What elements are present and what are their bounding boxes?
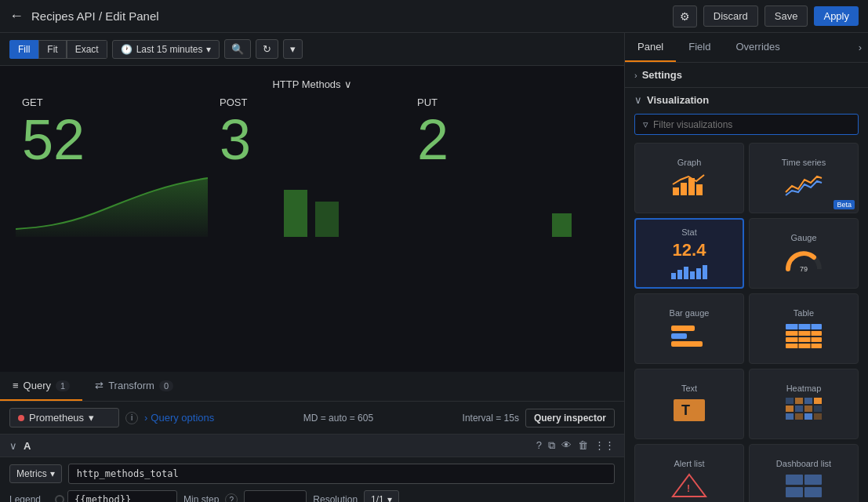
dropdown-icon[interactable]: ∨ xyxy=(344,78,352,90)
more-button[interactable]: ▾ xyxy=(283,39,303,59)
metric-put: PUT 2 xyxy=(411,96,608,168)
metric-input[interactable] xyxy=(68,464,615,484)
svg-rect-17 xyxy=(786,324,822,329)
back-button[interactable]: ← xyxy=(9,8,24,24)
text-icon: T xyxy=(670,396,709,424)
query-count-badge: 1 xyxy=(56,380,70,391)
query-tab[interactable]: ≡ Query 1 xyxy=(0,372,82,401)
query-options-button[interactable]: › Query options xyxy=(144,412,214,424)
min-step-input[interactable] xyxy=(244,490,307,502)
svg-rect-38 xyxy=(786,475,803,485)
datasource-info-icon[interactable]: i xyxy=(125,412,138,424)
get-chart xyxy=(16,174,208,237)
panel-tabs: Panel Field Overrides › xyxy=(625,33,868,63)
time-range-picker[interactable]: 🕐 Last 15 minutes ▾ xyxy=(112,40,220,59)
put-label: PUT xyxy=(417,96,438,108)
viz-card-gauge[interactable]: Gauge 79 xyxy=(749,218,859,289)
left-panel: Fill Fit Exact 🕐 Last 15 minutes ▾ 🔍 ↻ ▾… xyxy=(0,33,625,502)
legend-input[interactable] xyxy=(67,490,177,502)
discard-button[interactable]: Discard xyxy=(703,5,758,27)
query-inspector-button[interactable]: Query inspector xyxy=(525,409,615,427)
legend-radio-1[interactable] xyxy=(55,495,64,502)
put-chart xyxy=(411,174,603,237)
metric-post: POST 3 xyxy=(213,96,411,168)
svg-rect-28 xyxy=(814,398,822,404)
viz-card-gauge-label: Gauge xyxy=(790,233,816,242)
query-a-eye-icon[interactable]: 👁 xyxy=(561,439,572,452)
svg-rect-12 xyxy=(703,265,707,279)
query-a-actions: ? ⧉ 👁 🗑 ⋮⋮ xyxy=(536,439,615,452)
resolution-select[interactable]: 1/1 ▾ xyxy=(364,490,399,502)
apply-button[interactable]: Apply xyxy=(814,6,859,26)
query-a-delete-icon[interactable]: 🗑 xyxy=(578,439,588,452)
viz-card-graph[interactable]: Graph xyxy=(634,143,744,213)
query-a-collapse-icon[interactable]: ∨ xyxy=(9,440,17,452)
svg-rect-33 xyxy=(786,413,794,420)
refresh-button[interactable]: ↻ xyxy=(256,39,278,59)
transform-tab[interactable]: ⇄ Transform 0 xyxy=(82,372,186,401)
viz-card-heatmap[interactable]: Heatmap xyxy=(749,369,859,439)
viz-card-table[interactable]: Table xyxy=(749,293,859,364)
zoom-button[interactable]: 🔍 xyxy=(224,39,251,59)
viz-grid: Graph Time series xyxy=(634,143,859,502)
chevron-right-icon: › xyxy=(144,412,147,424)
query-section: ≡ Query 1 ⇄ Transform 0 Prometheus ▾ i xyxy=(0,372,624,502)
viz-card-table-label: Table xyxy=(794,308,814,318)
chart-panel: HTTP Methods ∨ GET 52 POST 3 PUT 2 xyxy=(0,66,624,372)
svg-rect-5 xyxy=(688,178,695,195)
viz-filter-input[interactable] xyxy=(653,119,850,130)
viz-card-dl-label: Dashboard list xyxy=(776,459,831,468)
fit-button[interactable]: Fit xyxy=(38,40,66,59)
viz-header[interactable]: ∨ Visualization xyxy=(634,94,859,106)
viz-chevron-icon: ∨ xyxy=(634,94,642,106)
exact-button[interactable]: Exact xyxy=(67,40,107,59)
viz-card-dashboard-list[interactable]: Dashboard list xyxy=(749,444,859,502)
settings-button[interactable]: ⚙ xyxy=(673,5,697,27)
svg-rect-29 xyxy=(786,406,794,412)
chart-get-col xyxy=(16,174,213,237)
query-tab-label: Query xyxy=(24,380,51,391)
fill-button[interactable]: Fill xyxy=(9,40,38,59)
viz-card-time-series[interactable]: Time series Beta xyxy=(749,143,859,213)
main-layout: Fill Fit Exact 🕐 Last 15 minutes ▾ 🔍 ↻ ▾… xyxy=(0,33,868,502)
settings-chevron-icon: › xyxy=(634,71,637,80)
tab-overrides[interactable]: Overrides xyxy=(723,33,792,62)
query-tab-icon: ≡ xyxy=(13,380,19,391)
svg-rect-41 xyxy=(804,487,822,497)
settings-label: Settings xyxy=(642,69,682,81)
min-step-info-icon[interactable]: ? xyxy=(225,493,238,502)
right-panel: Panel Field Overrides › › Settings ∨ Vis… xyxy=(625,33,868,502)
resolution-value: 1/1 xyxy=(371,494,384,502)
metrics-label: Metrics xyxy=(16,468,47,479)
metrics-row: Metrics ▾ xyxy=(9,464,615,484)
panel-tabs-chevron[interactable]: › xyxy=(852,34,868,61)
header-right: ⚙ Discard Save Apply xyxy=(673,5,859,27)
query-tabs: ≡ Query 1 ⇄ Transform 0 xyxy=(0,372,624,402)
svg-rect-2 xyxy=(552,213,572,237)
save-button[interactable]: Save xyxy=(764,5,808,27)
chevron-down-icon: ▾ xyxy=(89,412,94,424)
metrics-select[interactable]: Metrics ▾ xyxy=(9,464,62,483)
tab-field[interactable]: Field xyxy=(676,33,723,62)
stat-icon xyxy=(670,264,709,279)
tab-panel[interactable]: Panel xyxy=(625,33,676,62)
heatmap-icon xyxy=(784,396,823,424)
post-value: 3 xyxy=(220,111,251,168)
viz-card-text[interactable]: Text T xyxy=(634,369,744,439)
svg-rect-3 xyxy=(673,187,679,195)
header-left: ← Recipes API / Edit Panel xyxy=(9,8,159,24)
svg-rect-7 xyxy=(671,273,676,279)
query-a-help-icon[interactable]: ? xyxy=(536,439,542,452)
query-a-header: ∨ A ? ⧉ 👁 🗑 ⋮⋮ xyxy=(0,435,624,457)
svg-rect-35 xyxy=(804,413,812,420)
settings-section[interactable]: › Settings xyxy=(625,63,868,88)
viz-card-stat[interactable]: Stat 12.4 xyxy=(634,218,744,289)
svg-rect-31 xyxy=(804,406,812,412)
query-a-copy-icon[interactable]: ⧉ xyxy=(548,439,555,452)
query-a-drag-icon[interactable]: ⋮⋮ xyxy=(594,439,615,452)
panel-toolbar: Fill Fit Exact 🕐 Last 15 minutes ▾ 🔍 ↻ ▾ xyxy=(0,33,624,66)
svg-rect-8 xyxy=(677,270,682,279)
datasource-select[interactable]: Prometheus ▾ xyxy=(9,408,119,427)
viz-card-alert-list[interactable]: Alert list ! xyxy=(634,444,744,502)
viz-card-bar-gauge[interactable]: Bar gauge xyxy=(634,293,744,364)
